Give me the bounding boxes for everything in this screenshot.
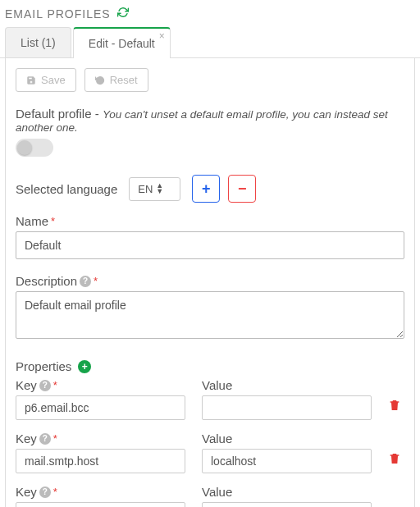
- language-selected: EN: [138, 183, 153, 195]
- property-row: Key ? * Value: [16, 432, 404, 473]
- add-language-button[interactable]: +: [192, 175, 220, 203]
- tabs: List (1) Edit - Default ×: [0, 27, 420, 58]
- language-label: Selected language: [16, 182, 117, 196]
- page-title: EMAIL PROFILES: [0, 0, 420, 27]
- property-value-label: Value: [202, 485, 232, 499]
- property-key-col: Key ? *: [16, 432, 185, 473]
- tab-edit[interactable]: Edit - Default ×: [73, 27, 171, 58]
- property-row: Key ? * Value: [16, 485, 404, 507]
- delete-property-button[interactable]: [388, 398, 404, 420]
- name-field: Name *: [16, 214, 404, 259]
- delete-property-button[interactable]: [388, 451, 404, 473]
- remove-language-button[interactable]: −: [228, 175, 256, 203]
- default-profile-line: Default profile - You can't unset a defa…: [16, 107, 404, 134]
- tab-list[interactable]: List (1): [5, 27, 71, 57]
- required-icon: *: [53, 486, 57, 498]
- required-icon: *: [94, 275, 98, 287]
- property-value-input[interactable]: [202, 395, 372, 420]
- property-value-col: Value: [202, 432, 372, 473]
- description-label: Description: [16, 274, 77, 288]
- close-icon[interactable]: ×: [159, 30, 165, 42]
- language-select[interactable]: EN ▲▼: [129, 177, 180, 201]
- property-key-label: Key: [16, 378, 37, 392]
- name-input[interactable]: [16, 231, 404, 259]
- description-input[interactable]: [16, 291, 404, 339]
- property-value-col: Value: [202, 378, 372, 420]
- reset-label: Reset: [110, 74, 138, 86]
- required-icon: *: [53, 379, 57, 391]
- default-profile-toggle[interactable]: [16, 139, 53, 157]
- help-icon[interactable]: ?: [39, 433, 51, 445]
- property-row: Key ? * Value: [16, 378, 404, 420]
- save-label: Save: [41, 74, 66, 86]
- add-property-button[interactable]: +: [78, 360, 91, 373]
- property-value-col: Value: [202, 485, 372, 507]
- property-key-input[interactable]: [16, 502, 185, 507]
- property-value-label: Value: [202, 378, 232, 392]
- property-key-col: Key ? *: [16, 485, 185, 507]
- name-label: Name: [16, 214, 48, 228]
- required-icon: *: [53, 432, 57, 445]
- properties-header: Properties +: [16, 359, 404, 373]
- property-value-input[interactable]: [202, 449, 372, 473]
- edit-panel: Save Reset Default profile - You can't u…: [5, 58, 415, 507]
- reset-button[interactable]: Reset: [84, 68, 148, 92]
- caret-updown-icon: ▲▼: [156, 183, 163, 194]
- property-key-label: Key: [16, 432, 37, 445]
- tab-edit-label: Edit - Default: [89, 37, 155, 50]
- property-key-input[interactable]: [16, 395, 185, 420]
- required-icon: *: [51, 215, 55, 227]
- property-value-input[interactable]: [202, 502, 372, 507]
- properties-list: Key ? * Value Key ? * Value: [16, 378, 404, 507]
- properties-label: Properties: [16, 359, 71, 373]
- page-title-text: EMAIL PROFILES: [5, 7, 111, 21]
- help-icon[interactable]: ?: [39, 380, 51, 391]
- help-icon[interactable]: ?: [80, 276, 91, 287]
- default-profile-label: Default profile -: [16, 107, 103, 121]
- toolbar: Save Reset: [16, 68, 404, 92]
- description-field: Description ? *: [16, 274, 404, 341]
- help-icon[interactable]: ?: [39, 486, 51, 498]
- save-button[interactable]: Save: [16, 68, 76, 92]
- property-key-col: Key ? *: [16, 378, 185, 420]
- property-key-label: Key: [16, 485, 37, 499]
- tab-list-label: List (1): [21, 36, 56, 49]
- toggle-knob: [17, 140, 32, 155]
- language-row: Selected language EN ▲▼ + −: [16, 175, 404, 203]
- refresh-icon[interactable]: [117, 7, 129, 21]
- property-key-input[interactable]: [16, 449, 185, 473]
- property-value-label: Value: [202, 432, 232, 445]
